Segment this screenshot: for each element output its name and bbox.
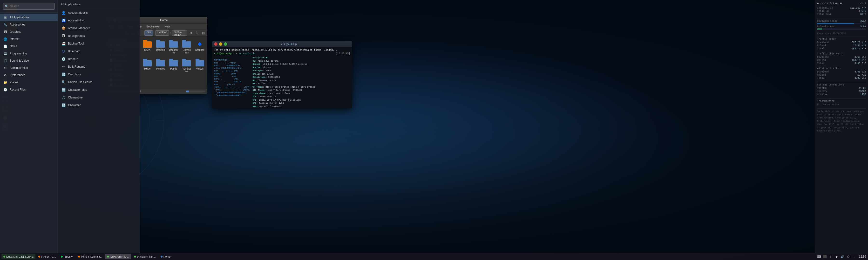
taskbar-home-btn[interactable]: Home xyxy=(159,254,173,259)
file-icon-pictures xyxy=(156,59,165,67)
netsense-div-4 xyxy=(817,98,866,99)
menu-item-sound-video[interactable]: 🎵 Sound & Video xyxy=(0,57,58,64)
file-item-documents[interactable]: Documents xyxy=(168,39,179,55)
taskbar-linux-mint-btn[interactable]: Linux Mint 18.1 Serena xyxy=(1,254,35,259)
app-item-catfish[interactable]: 🔍 Catfish File Search xyxy=(58,78,140,86)
info-wm-theme: WM Theme: Mint-Y-Dark-Orange (Mint-Y-Dar… xyxy=(252,86,316,89)
menu-search-input[interactable] xyxy=(3,3,55,10)
app-item-archive-manager[interactable]: 📦 Archive Manager xyxy=(58,24,140,32)
app-item-backgrounds[interactable]: 🖼 Backgrounds xyxy=(58,32,140,40)
alltime-traffic-section: All-time traffic Download 3.66 GiB Uploa… xyxy=(817,67,866,79)
menu-item-places[interactable]: 📁 Places xyxy=(0,79,58,86)
netsense-version: v1.1 xyxy=(860,2,866,5)
file-item-pictures[interactable]: Pictures xyxy=(155,57,166,74)
linux-mint-label: Linux Mint 18.1 Serena xyxy=(6,255,33,258)
info-de: DE: Cinnamon 3.2.2 xyxy=(252,79,316,82)
app-item-calculator[interactable]: 🔢 Calculator xyxy=(58,71,140,78)
file-icon-dropbox: ◆ xyxy=(195,40,204,48)
app-label-backgrounds: Backgrounds xyxy=(68,34,85,38)
info-gtk-theme: GTK Theme: Mint-Y-Dark-Orange [GTK2/3] xyxy=(252,89,316,92)
app-label-bluetooth: Bluetooth xyxy=(68,49,80,53)
tray-volume-icon[interactable]: 🔊 xyxy=(840,254,845,259)
breadcrumb-desktop[interactable]: Desktop xyxy=(155,30,169,36)
taskbar-spotify-btn[interactable]: [Spotify] xyxy=(59,254,75,259)
btn-list-view[interactable]: ☰ xyxy=(194,30,199,36)
internal-ip-value: 192.168.X.X xyxy=(850,7,866,9)
taskbar-firefox-btn[interactable]: Firefox - G... xyxy=(36,254,58,259)
taskbar-mint-y-colora-btn[interactable]: [Mint-Y-Colora-T... xyxy=(76,254,104,259)
svg-rect-14 xyxy=(156,40,160,42)
app-item-account-details[interactable]: 👤 Account details xyxy=(58,9,140,16)
file-item-desktop[interactable]: Desktop xyxy=(155,39,166,55)
menu-item-preferences[interactable]: ⚙ Preferences xyxy=(0,72,58,79)
file-icon-videos xyxy=(195,59,204,67)
administration-label: Administration xyxy=(10,66,28,70)
svg-rect-22 xyxy=(156,59,160,61)
terminal2-label: erik@erik-Hp-... xyxy=(137,255,156,258)
ul-speed-value: 5.0K xyxy=(860,25,866,28)
terminal-body[interactable]: [oh-my-zsh] Random theme '/home/erik/.oh… xyxy=(212,47,352,108)
tray-updates-icon[interactable]: ⬆ xyxy=(829,254,833,259)
app-label-catfish: Catfish File Search xyxy=(68,80,92,84)
file-item-downloads[interactable]: Downloads xyxy=(181,39,192,55)
app-item-character-map[interactable]: 🔤 Character Map xyxy=(58,86,140,94)
today-dl: Download 667.20 MiB xyxy=(817,41,866,44)
menu-help[interactable]: Help xyxy=(163,25,171,28)
apps-panel-header: All Applications xyxy=(58,1,140,8)
taskbar-terminal2-btn[interactable]: erik@erik-Hp-... xyxy=(132,254,157,259)
app-item-accessibility[interactable]: ♿ Accessibility xyxy=(58,16,140,24)
app-item-bulk-rename[interactable]: ✏ Bulk Rename xyxy=(58,63,140,71)
preferences-icon: ⚙ xyxy=(3,73,8,77)
terminal-close-btn[interactable] xyxy=(214,42,217,46)
file-item-videos[interactable]: Videos xyxy=(194,57,206,74)
mint-dot xyxy=(3,256,5,258)
menu-item-office[interactable]: 📄 Office xyxy=(0,43,58,50)
breadcrumb-erik[interactable]: erik xyxy=(145,30,153,36)
file-item-music[interactable]: Music xyxy=(142,57,153,74)
file-item-dropbox[interactable]: ◆ Dropbox xyxy=(194,39,206,55)
menu-item-recent[interactable]: 🕐 Recent Files xyxy=(0,86,58,93)
places-icon: 📁 xyxy=(3,80,8,85)
accessibility-icon: ♿ xyxy=(61,18,66,23)
netsense-div-3 xyxy=(817,82,866,82)
menu-item-internet[interactable]: 🌐 Internet xyxy=(0,35,58,43)
btn-compact-view[interactable]: ▤ xyxy=(200,30,206,36)
menu-item-graphics[interactable]: 🖼 Graphics xyxy=(0,28,58,35)
tray-kbd-icon[interactable]: ⌨ xyxy=(817,254,822,259)
menu-item-accessories[interactable]: 🔧 Accessories xyxy=(0,21,58,28)
menu-item-administration[interactable]: ⚙ Administration xyxy=(0,64,58,72)
btn-icon-view[interactable]: ⊞ xyxy=(188,30,193,36)
office-icon: 📄 xyxy=(3,44,8,49)
archive-icon: 📦 xyxy=(61,26,66,31)
administration-icon: ⚙ xyxy=(3,66,8,70)
menu-bookmarks[interactable]: Bookmarks xyxy=(145,25,161,28)
tray-bluetooth-icon[interactable]: ⬡ xyxy=(846,254,850,259)
app-item-character[interactable]: 🔠 Character xyxy=(58,101,140,109)
taskbar: Linux Mint 18.1 Serena Firefox - G... [S… xyxy=(0,253,868,260)
tray-network-icon[interactable]: ⬛ xyxy=(823,254,828,259)
app-item-brasero[interactable]: 💿 Brasero xyxy=(58,55,140,63)
file-item-templates[interactable]: Templates xyxy=(181,57,192,74)
transmission-status: No transmission xyxy=(817,103,866,106)
firefox-conn: firefox 11336 xyxy=(817,87,866,89)
tray-dropbox-icon[interactable]: ◆ xyxy=(834,254,839,259)
app-item-clementine[interactable]: 🎵 Clementine xyxy=(58,94,140,101)
netsense-total-down: Total Down 07.0 xyxy=(817,13,866,16)
alltime-ul: Upload 10 MiB xyxy=(817,74,866,76)
character-map-icon: 🔤 xyxy=(61,87,66,92)
app-item-bluetooth[interactable]: ⬡ Bluetooth xyxy=(58,47,140,55)
app-item-backup-tool[interactable]: 💾 Backup Tool xyxy=(58,40,140,47)
tray-transmission-icon[interactable]: ↕ xyxy=(851,254,857,259)
connections-section: Current Connections firefox 11336 spotif… xyxy=(817,83,866,96)
terminal-minimize-btn[interactable] xyxy=(219,42,222,46)
info-resolution: Resolution: 3600x1080 xyxy=(252,76,316,79)
file-item-data[interactable]: DATA xyxy=(142,39,153,55)
menu-all-applications[interactable]: ⊞ All Applications xyxy=(0,14,58,21)
breadcrumb-mint-theme[interactable]: mint-y-theme xyxy=(172,30,187,36)
file-item-public[interactable]: Public xyxy=(168,57,179,74)
svg-rect-26 xyxy=(182,59,186,61)
spotify-conn: spotify 15287 xyxy=(817,90,866,93)
menu-item-programming[interactable]: 💻 Programming xyxy=(0,50,58,57)
taskbar-terminal1-btn[interactable]: [erik@erik-Hp-... xyxy=(105,254,131,259)
terminal-maximize-btn[interactable] xyxy=(224,42,227,46)
